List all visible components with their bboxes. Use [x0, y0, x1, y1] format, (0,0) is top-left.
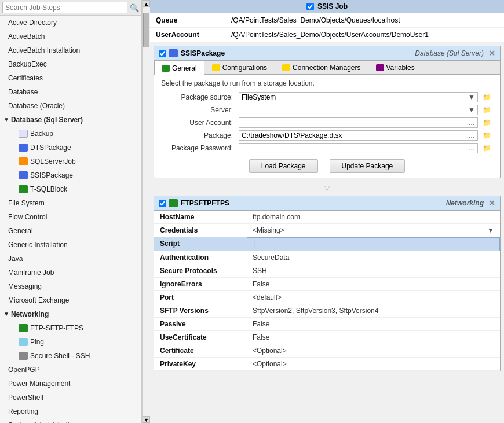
useraccount-label: UserAccount	[150, 28, 225, 42]
sidebar-item-tsqlblock[interactable]: T-SQLBlock	[0, 182, 141, 196]
tab-configurations[interactable]: Configurations	[204, 61, 275, 74]
sidebar-item-secure-shell-ssh[interactable]: Secure Shell - SSH	[0, 349, 141, 363]
package-input[interactable]: C:\tradeshow\DTS\Package.dtsx …	[239, 130, 478, 141]
ftps-secure-protocols-label: Secure Protocols	[154, 264, 247, 278]
sidebar-scrollbar[interactable]: ▲ ▼	[142, 0, 150, 423]
sidebar-item-generic-installation[interactable]: Generic Installation	[0, 238, 141, 252]
server-folder[interactable]: 📁	[480, 106, 493, 114]
ssis-package-header: SSISPackage Database (Sql Server) ✕	[154, 46, 500, 61]
user-account-folder[interactable]: 📁	[480, 119, 493, 127]
sidebar-item-file-system[interactable]: File System	[0, 196, 141, 210]
package-password-input[interactable]: …	[239, 143, 478, 153]
package-source-input[interactable]: FileSystem ▼	[239, 92, 478, 102]
sidebar-item-microsoft-exchange[interactable]: Microsoft Exchange	[0, 293, 141, 307]
ftps-checkbox[interactable]	[159, 200, 166, 207]
sidebar-item-database-oracle[interactable]: Database (Oracle)	[0, 99, 141, 113]
sidebar-item-database[interactable]: Database	[0, 85, 141, 99]
package-source-folder[interactable]: 📁	[480, 93, 493, 101]
db-icon	[19, 130, 28, 138]
server-input[interactable]: ▼	[239, 105, 478, 115]
sidebar-item-label: File System	[8, 198, 45, 208]
sidebar-item-reporting[interactable]: Reporting	[0, 404, 141, 418]
ftps-script-value[interactable]: |	[247, 237, 500, 251]
scroll-down-button[interactable]: ▼	[143, 416, 150, 423]
sidebar-list: Active Directory ActiveBatch ActiveBatch…	[0, 16, 141, 423]
ftps-script-label: Script	[154, 237, 247, 251]
sidebar-item-label: Certificates	[8, 73, 43, 83]
ftps-credentials-value[interactable]: <Missing> ▼	[247, 224, 500, 237]
update-package-button[interactable]: Update Package	[330, 159, 406, 173]
sidebar-item-label: T-SQLBlock	[30, 184, 67, 194]
sidebar-item-mainframe-job[interactable]: Mainframe Job	[0, 266, 141, 279]
sidebar-item-ping[interactable]: Ping	[0, 335, 141, 349]
sidebar-item-backup[interactable]: Backup	[0, 127, 141, 141]
load-package-button[interactable]: Load Package	[249, 159, 318, 173]
ping-icon	[19, 338, 28, 346]
sidebar-item-power-management[interactable]: Power Management	[0, 377, 141, 391]
sidebar: 🔍 Active Directory ActiveBatch ActiveBat…	[0, 0, 142, 423]
ssis-db-label: Database (Sql Server)	[415, 49, 484, 57]
sidebar-item-sqlserverjob[interactable]: SQLServerJob	[0, 155, 141, 168]
sidebar-item-system-administration[interactable]: System Administration	[0, 418, 141, 423]
sidebar-item-ftp-sftp-ftps[interactable]: FTP-SFTP-FTPS	[0, 321, 141, 335]
dts-icon	[19, 144, 28, 152]
tab-configurations-icon	[212, 64, 220, 71]
sidebar-item-general[interactable]: General	[0, 224, 141, 238]
sidebar-item-activebatch[interactable]: ActiveBatch	[0, 30, 141, 43]
sidebar-item-label: Database	[8, 87, 38, 97]
tab-variables-label: Variables	[386, 64, 415, 72]
sidebar-item-label: Messaging	[8, 281, 42, 292]
sidebar-item-label: ActiveBatch	[8, 31, 45, 42]
user-account-dots-icon: …	[468, 119, 475, 127]
sidebar-item-ssis[interactable]: SSISPackage	[0, 168, 141, 182]
scroll-thumb[interactable]	[143, 13, 149, 47]
tab-connection-managers-icon	[282, 64, 290, 71]
sidebar-item-openpgp[interactable]: OpenPGP	[0, 363, 141, 377]
ssis-close-icon[interactable]: ✕	[488, 49, 495, 58]
sidebar-item-flow-control[interactable]: Flow Control	[0, 210, 141, 224]
user-account-input[interactable]: …	[239, 117, 478, 128]
sidebar-item-activebatch-installation[interactable]: ActiveBatch Installation	[0, 43, 141, 57]
sidebar-item-label: Power Management	[8, 378, 70, 389]
sidebar-item-active-directory[interactable]: Active Directory	[0, 16, 141, 30]
ssis-package-box: SSISPackage Database (Sql Server) ✕ Gene…	[154, 46, 501, 178]
main-header: SSIS Job	[150, 0, 504, 13]
ftps-sftp-versions-value: SftpVersion2, SftpVersion3, SftpVersion4	[247, 304, 500, 318]
sidebar-item-database-sqlserver[interactable]: ▼ Database (Sql Server)	[0, 113, 141, 127]
search-icon[interactable]: 🔍	[130, 3, 139, 12]
ftps-certificate-value: <Optional>	[247, 344, 500, 358]
sidebar-item-messaging[interactable]: Messaging	[0, 279, 141, 293]
ssis-package-checkbox[interactable]	[159, 50, 166, 57]
package-password-folder[interactable]: 📁	[480, 144, 493, 152]
job-properties: Queue /QA/PointTests/Sales_Demo/Objects/…	[150, 13, 504, 42]
sidebar-item-backupexec[interactable]: BackupExec	[0, 57, 141, 71]
sidebar-item-powershell[interactable]: PowerShell	[0, 391, 141, 404]
sidebar-item-label: DTSPackage	[30, 142, 71, 153]
search-bar: 🔍	[0, 0, 141, 16]
search-input[interactable]	[2, 2, 127, 13]
sidebar-item-label: OpenPGP	[8, 365, 40, 375]
sidebar-item-label: Database (Sql Server)	[11, 115, 83, 125]
ftps-auth-label: Authentication	[154, 251, 247, 264]
package-folder[interactable]: 📁	[480, 131, 493, 139]
sidebar-item-label: Flow Control	[8, 212, 47, 222]
ftps-ignoreerrors-value: False	[247, 278, 500, 291]
ftps-close-icon[interactable]: ✕	[488, 198, 495, 208]
ftps-privatekey-value: <Optional>	[247, 358, 500, 371]
ssis-job-checkbox[interactable]	[306, 3, 314, 10]
sidebar-item-certificates[interactable]: Certificates	[0, 71, 141, 85]
ssis-package-name: SSISPackage	[181, 49, 415, 57]
sql-icon	[19, 157, 28, 165]
tab-general[interactable]: General	[154, 61, 204, 75]
scroll-track	[143, 7, 150, 416]
sidebar-item-java[interactable]: Java	[0, 252, 141, 266]
scroll-up-button[interactable]: ▲	[143, 0, 150, 7]
tab-connection-managers[interactable]: Connection Managers	[275, 61, 368, 74]
ftps-credentials-label: Credentials	[154, 224, 247, 237]
package-password-dots-icon: …	[468, 144, 475, 152]
sidebar-item-dtspackage[interactable]: DTSPackage	[0, 141, 141, 155]
package-value: C:\tradeshow\DTS\Package.dtsx	[242, 131, 468, 139]
package-source-label: Package source:	[161, 93, 236, 101]
sidebar-item-networking[interactable]: ▼ Networking	[0, 307, 141, 321]
tab-variables[interactable]: Variables	[368, 61, 422, 74]
